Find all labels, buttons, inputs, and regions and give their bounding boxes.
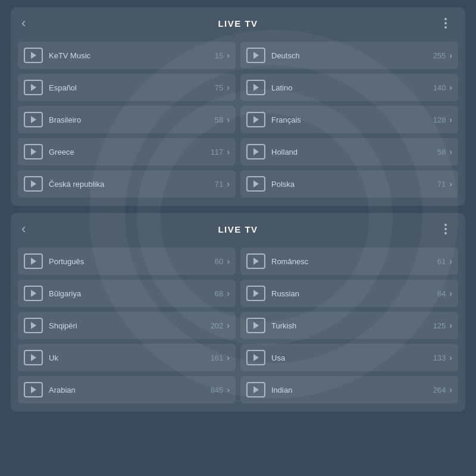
tv-icon [24,112,43,127]
tv-icon [246,48,265,63]
back-button-2[interactable]: ‹ [21,221,39,237]
list-item[interactable]: Česká republika 71 › [18,170,236,198]
dot [444,228,447,230]
item-name: Russian [271,289,437,298]
list-item[interactable]: Latino 140 › [240,74,458,101]
back-button-1[interactable]: ‹ [21,15,39,31]
chevron-right-icon: › [227,51,230,60]
panel-2: ‹ LIVE TV Português 60 › Românesc 61 › B… [11,213,465,412]
list-item[interactable]: Español 75 › [18,74,236,101]
item-count: 58 [437,148,446,156]
list-item[interactable]: Greece 117 › [18,138,236,165]
tv-icon [24,382,43,397]
panel-2-header: ‹ LIVE TV [11,213,465,245]
tv-icon [24,48,43,63]
list-item[interactable]: Polska 71 › [240,170,458,198]
chevron-right-icon: › [227,289,230,298]
list-item[interactable]: Usa 133 › [240,344,458,371]
item-name: Deutsch [271,51,433,60]
list-item[interactable]: Românesc 61 › [240,248,458,275]
more-button-2[interactable] [437,224,455,234]
list-item[interactable]: Deutsch 255 › [240,42,458,69]
item-count: 133 [433,353,446,362]
item-name: Polska [271,180,437,189]
item-name: Uk [49,353,211,362]
tv-icon [246,253,265,269]
more-dots-1 [444,18,447,29]
list-item[interactable]: Russian 84 › [240,280,458,307]
chevron-right-icon: › [227,353,230,362]
chevron-right-icon: › [449,115,452,124]
item-count: 117 [211,148,224,156]
tv-icon [246,112,265,127]
list-item[interactable]: Brasileiro 58 › [18,106,236,133]
dot [444,22,447,24]
item-name: Español [49,83,215,92]
item-name: Indian [271,386,433,394]
chevron-right-icon: › [449,179,452,189]
list-item[interactable]: Turkish 125 › [240,312,458,339]
chevron-right-icon: › [449,289,452,298]
dot [444,18,447,20]
tv-icon [24,286,43,301]
item-count: 845 [211,386,224,394]
list-item[interactable]: Bŭlgariya 68 › [18,280,236,307]
tv-icon [246,286,265,301]
chevron-right-icon: › [227,256,230,266]
panel-2-grid: Português 60 › Românesc 61 › Bŭlgariya 6… [11,245,465,412]
item-count: 61 [437,257,446,266]
dot [444,232,447,234]
chevron-right-icon: › [449,83,452,92]
tv-icon [24,80,43,95]
item-count: 264 [433,386,446,394]
item-count: 60 [215,257,223,266]
chevron-right-icon: › [227,147,230,156]
item-name: KeTV Music [49,51,215,60]
list-item[interactable]: Shqipëri 202 › [18,312,236,339]
item-count: 84 [437,289,446,298]
tv-icon [24,318,43,333]
tv-icon [246,318,265,333]
chevron-right-icon: › [227,115,230,124]
list-item[interactable]: KeTV Music 15 › [18,42,236,69]
item-name: Shqipëri [49,321,211,330]
list-item[interactable]: Français 128 › [240,106,458,133]
chevron-right-icon: › [227,321,230,330]
tv-icon [24,350,43,365]
item-name: Português [49,257,215,266]
item-name: Français [271,115,433,124]
more-button-1[interactable] [437,18,455,29]
tv-icon [246,80,265,95]
item-name: Greece [49,148,211,156]
item-count: 125 [433,321,446,330]
item-name: Česká republika [49,180,215,189]
item-count: 71 [215,180,223,189]
item-name: Usa [271,353,433,362]
chevron-right-icon: › [449,147,452,156]
item-count: 68 [215,289,223,298]
tv-icon [24,144,43,159]
item-count: 58 [215,115,223,124]
list-item[interactable]: Holland 58 › [240,138,458,165]
list-item[interactable]: Uk 161 › [18,344,236,371]
item-name: Holland [271,148,437,156]
panel-1-header: ‹ LIVE TV [11,7,465,39]
item-count: 161 [211,353,224,362]
item-name: Românesc [271,257,437,266]
list-item[interactable]: Indian 264 › [240,376,458,403]
panel-2-title: LIVE TV [39,224,437,234]
tv-icon [246,350,265,365]
item-count: 140 [433,83,446,92]
item-count: 202 [211,321,224,330]
item-count: 75 [215,83,223,92]
chevron-right-icon: › [449,385,452,394]
item-count: 128 [433,115,446,124]
list-item[interactable]: Arabian 845 › [18,376,236,403]
dot [444,26,447,29]
panel-1: ‹ LIVE TV KeTV Music 15 › Deutsch 255 › … [11,7,465,206]
item-name: Turkish [271,321,433,330]
tv-icon [24,253,43,269]
item-count: 255 [433,51,446,60]
list-item[interactable]: Português 60 › [18,248,236,275]
chevron-right-icon: › [449,353,452,362]
